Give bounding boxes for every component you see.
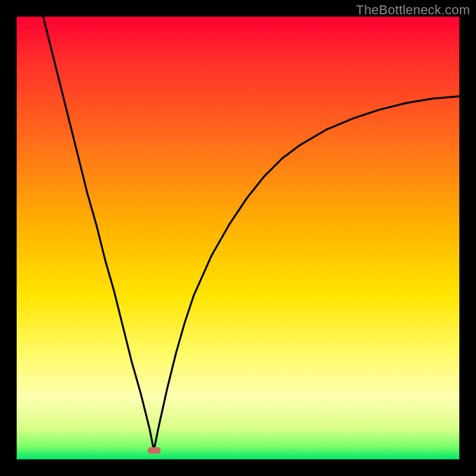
bottleneck-curve — [17, 17, 459, 459]
plot-area — [17, 17, 459, 459]
optimal-point-marker — [148, 447, 161, 454]
chart-frame: TheBottleneck.com — [0, 0, 476, 476]
watermark-text: TheBottleneck.com — [356, 2, 470, 18]
